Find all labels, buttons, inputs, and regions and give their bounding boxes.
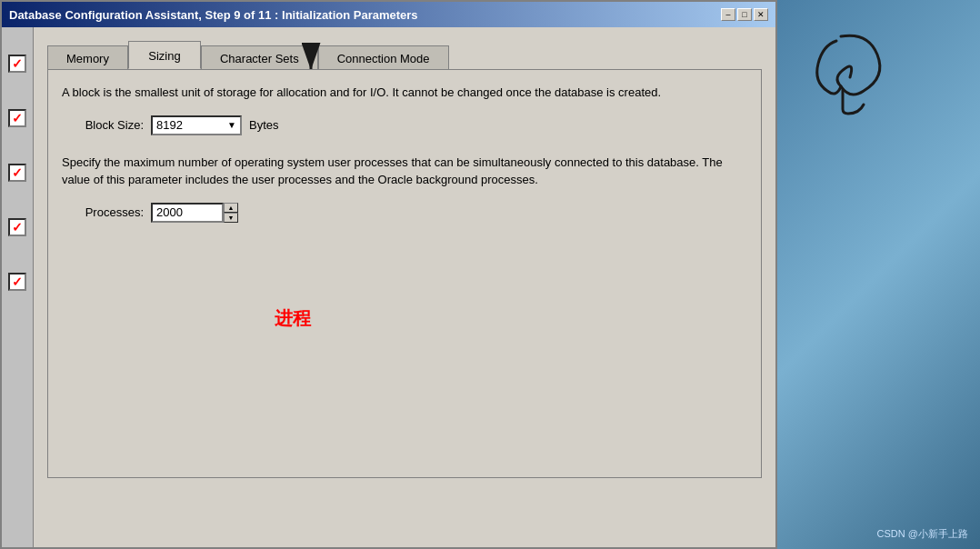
tab-bar: Memory Sizing Character Sets Connection … (47, 41, 762, 69)
tab-character-sets[interactable]: Character Sets (201, 45, 318, 71)
processes-label: Processes: (62, 205, 144, 219)
title-bar: Database Configuration Assistant, Step 9… (2, 2, 775, 27)
block-size-select[interactable]: 8192 ▼ (151, 115, 242, 135)
content-area: Memory Sizing Character Sets Connection … (34, 27, 775, 547)
processes-row: Processes: ▲ ▼ (62, 203, 747, 223)
window-title: Database Configuration Assistant, Step 9… (9, 8, 418, 22)
close-button[interactable]: ✕ (754, 8, 768, 21)
credit-text: CSDN @小新手上路 (773, 524, 975, 544)
block-size-row: Block Size: 8192 ▼ Bytes (62, 115, 747, 135)
spinbox-buttons: ▲ ▼ (224, 203, 238, 223)
tab-memory[interactable]: Memory (47, 45, 128, 71)
tab-connection-mode[interactable]: Connection Mode (318, 45, 449, 71)
dropdown-arrow-icon: ▼ (227, 120, 236, 130)
sidebar-check-5: ✓ (8, 273, 26, 291)
block-size-description: A block is the smallest unit of storage … (62, 84, 747, 102)
right-panel (777, 0, 980, 549)
block-size-label: Block Size: (62, 118, 144, 132)
decorative-scribble (786, 27, 895, 127)
spinbox-up-button[interactable]: ▲ (224, 203, 238, 213)
title-bar-buttons: – □ ✕ (721, 8, 768, 21)
minimize-button[interactable]: – (721, 8, 735, 21)
sidebar-check-1: ✓ (8, 55, 26, 73)
sidebar-check-4: ✓ (8, 218, 26, 236)
bytes-label: Bytes (249, 118, 279, 132)
spinbox-down-button[interactable]: ▼ (224, 213, 238, 223)
maximize-button[interactable]: □ (737, 8, 752, 21)
main-window: Database Configuration Assistant, Step 9… (0, 0, 777, 549)
sidebar-check-3: ✓ (8, 164, 26, 182)
sidebar: ✓ ✓ ✓ ✓ ✓ (2, 27, 34, 547)
processes-description: Specify the maximum number of operating … (62, 154, 747, 189)
processes-input[interactable] (151, 203, 224, 223)
sidebar-check-2: ✓ (8, 109, 26, 127)
processes-spinbox: ▲ ▼ (151, 203, 238, 223)
sizing-panel: A block is the smallest unit of storage … (47, 69, 762, 478)
tab-sizing[interactable]: Sizing (128, 41, 201, 69)
